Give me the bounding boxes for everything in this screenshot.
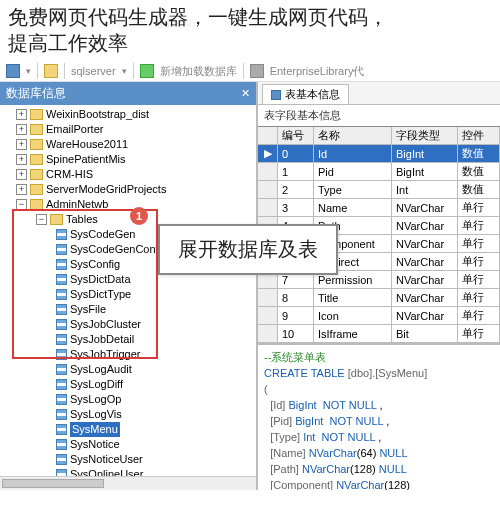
expand-icon[interactable]: − [16,199,27,210]
table-icon [56,469,67,476]
row-marker [258,163,278,180]
tree-label[interactable]: SysCodeGen [70,227,135,242]
cell-type[interactable]: NVarChar [392,217,458,234]
expand-icon[interactable]: + [16,184,27,195]
cell-ctrl[interactable]: 单行 [458,199,500,216]
tab-table-info[interactable]: 表基本信息 [262,84,349,104]
tree-label[interactable]: CRM-HIS [46,167,93,182]
save-icon[interactable] [6,64,20,78]
cell-type[interactable]: Int [392,181,458,198]
panel-title: 数据库信息 [6,85,66,102]
cell-type[interactable]: NVarChar [392,235,458,252]
tree-label[interactable]: SysLogDiff [70,377,123,392]
cell-num[interactable]: 1 [278,163,314,180]
scrollbar-thumb[interactable] [2,479,104,488]
cell-ctrl[interactable]: 单行 [458,307,500,324]
tree-label[interactable]: SysDictType [70,287,131,302]
cell-name[interactable]: IsIframe [314,325,392,342]
cell-ctrl[interactable]: 单行 [458,289,500,306]
lib-label[interactable]: EnterpriseLibrary代 [270,64,365,79]
cell-ctrl[interactable]: 单行 [458,235,500,252]
cell-num[interactable]: 0 [278,145,314,162]
cell-type[interactable]: NVarChar [392,289,458,306]
expand-icon[interactable]: + [16,109,27,120]
db-type-select[interactable]: sqlserver [71,65,116,77]
cell-type[interactable]: BigInt [392,163,458,180]
cell-name[interactable]: Pid [314,163,392,180]
grid-header[interactable]: 名称 [314,127,392,144]
tree-label[interactable]: SysJobDetail [70,332,134,347]
tree-label[interactable]: SysConfig [70,257,120,272]
expand-icon[interactable]: + [16,154,27,165]
add-db-icon[interactable] [140,64,154,78]
cell-ctrl[interactable]: 单行 [458,325,500,342]
expand-icon[interactable]: + [16,169,27,180]
tree-label[interactable]: SysLogAudit [70,362,132,377]
tree-label[interactable]: SysFile [70,302,106,317]
grid-header[interactable]: 字段类型 [392,127,458,144]
close-icon[interactable]: ✕ [241,87,250,100]
tree-label[interactable]: EmailPorter [46,122,103,137]
grid-header[interactable]: 编号 [278,127,314,144]
cell-ctrl[interactable]: 单行 [458,271,500,288]
db-icon[interactable] [44,64,58,78]
cell-name[interactable]: Id [314,145,392,162]
grid-title: 表字段基本信息 [258,105,500,126]
tree-label[interactable]: WeixinBootstrap_dist [46,107,149,122]
tree-label[interactable]: AdminNetwb [46,197,108,212]
table-icon [56,334,67,345]
row-marker: ▶ [258,145,278,162]
cell-num[interactable]: 9 [278,307,314,324]
cell-type[interactable]: BigInt [392,145,458,162]
sql-preview: --系统菜单表CREATE TABLE [dbo].[SysMenu]( [Id… [258,343,500,490]
expand-icon[interactable]: − [36,214,47,225]
tree-label[interactable]: SysDictData [70,272,131,287]
cell-type[interactable]: NVarChar [392,253,458,270]
cell-name[interactable]: Type [314,181,392,198]
tree-label[interactable]: ServerModeGridProjects [46,182,166,197]
lib-icon[interactable] [250,64,264,78]
cell-type[interactable]: NVarChar [392,307,458,324]
dropdown-icon[interactable]: ▾ [122,66,127,76]
cell-ctrl[interactable]: 数值 [458,163,500,180]
cell-ctrl[interactable]: 单行 [458,253,500,270]
db-tree-panel: 数据库信息 ✕ 1 +WeixinBootstrap_dist+EmailPor… [0,82,258,490]
tree-label[interactable]: SpinePatientMis [46,152,126,167]
expand-icon[interactable]: + [16,139,27,150]
tree-label[interactable]: WareHouse2011 [46,137,128,152]
table-icon [56,244,67,255]
cell-ctrl[interactable]: 数值 [458,145,500,162]
cell-name[interactable]: Name [314,199,392,216]
dropdown-icon[interactable]: ▾ [26,66,31,76]
cell-type[interactable]: Bit [392,325,458,342]
table-icon [56,409,67,420]
tree-label[interactable]: SysLogVis [70,407,122,422]
tree-label[interactable]: SysNoticeUser [70,452,143,467]
tree-view[interactable]: 1 +WeixinBootstrap_dist+EmailPorter+Ware… [0,105,256,476]
add-db-button[interactable]: 新增加载数据库 [160,64,237,79]
tree-label[interactable]: SysMenu [70,422,120,437]
toolbar: ▾ sqlserver ▾ 新增加载数据库 EnterpriseLibrary代 [0,61,500,82]
cell-name[interactable]: Title [314,289,392,306]
cell-num[interactable]: 8 [278,289,314,306]
tree-label[interactable]: SysJobTrigger [70,347,141,362]
tree-label[interactable]: SysJobCluster [70,317,141,332]
tree-label[interactable]: Tables [66,212,98,227]
cell-name[interactable]: Icon [314,307,392,324]
cell-type[interactable]: NVarChar [392,271,458,288]
tree-label[interactable]: SysCodeGenConfig [70,242,167,257]
table-icon [56,289,67,300]
panel-header: 数据库信息 ✕ [0,82,256,105]
tree-label[interactable]: SysNotice [70,437,120,452]
grid-header[interactable]: 控件 [458,127,500,144]
h-scrollbar[interactable] [0,476,256,490]
cell-ctrl[interactable]: 单行 [458,217,500,234]
tree-label[interactable]: SysOnlineUser [70,467,143,476]
tree-label[interactable]: SysLogOp [70,392,121,407]
cell-num[interactable]: 2 [278,181,314,198]
cell-ctrl[interactable]: 数值 [458,181,500,198]
cell-num[interactable]: 10 [278,325,314,342]
cell-num[interactable]: 3 [278,199,314,216]
expand-icon[interactable]: + [16,124,27,135]
cell-type[interactable]: NVarChar [392,199,458,216]
